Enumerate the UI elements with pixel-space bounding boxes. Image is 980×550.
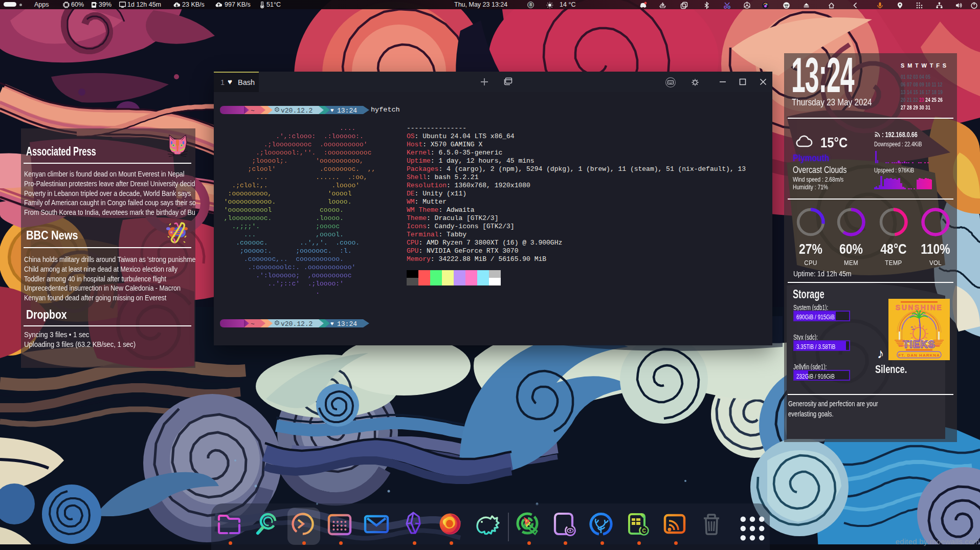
svg-text:♥: ♥	[330, 320, 334, 326]
svg-text:13:24: 13:24	[337, 107, 357, 115]
svg-text:13:24: 13:24	[337, 320, 357, 328]
svg-text:♥: ♥	[330, 107, 334, 113]
svg-text:v20.12.2: v20.12.2	[281, 107, 313, 115]
svg-text:~: ~	[251, 107, 255, 115]
svg-text:C: C	[642, 528, 645, 534]
svg-text:TIEKS: TIEKS	[903, 339, 936, 350]
svg-text:8: 8	[529, 2, 532, 7]
svg-text:~: ~	[251, 320, 255, 328]
svg-text:FT. DAN HARKNA: FT. DAN HARKNA	[898, 353, 940, 358]
svg-text:v20.12.2: v20.12.2	[281, 320, 313, 328]
